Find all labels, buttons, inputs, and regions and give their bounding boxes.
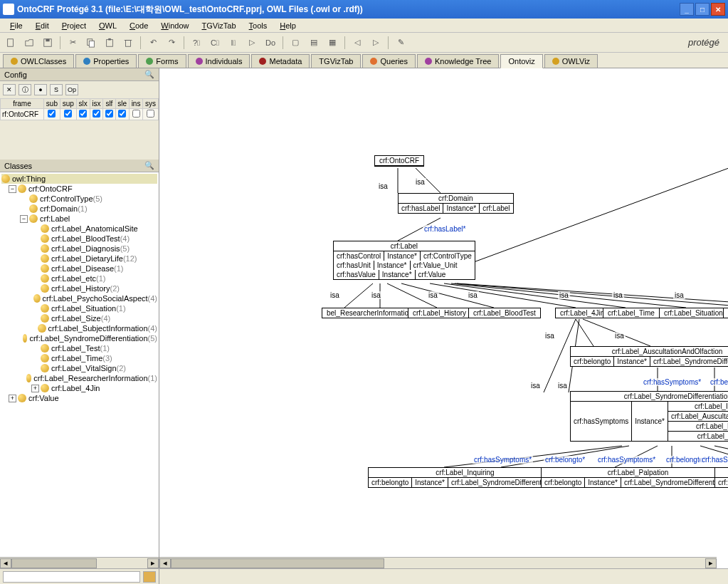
tree-item[interactable]: crf:Label_Test (1) <box>1 343 157 353</box>
config-checkbox[interactable] <box>93 110 100 118</box>
config-tool-icon[interactable]: S <box>50 84 63 95</box>
canvas-h-scrollbar[interactable]: ◂ ▸ <box>159 557 717 568</box>
tab-owlviz[interactable]: OWLViz <box>544 54 598 68</box>
cut-icon[interactable]: ✂ <box>65 35 80 51</box>
undo-icon[interactable]: ↶ <box>145 35 161 51</box>
graph-node[interactable]: crf:Label_4Jin <box>555 308 609 318</box>
classes-tree[interactable]: owl:Thing −crf:OntoCRFcrf:ControlType (5… <box>0 172 159 557</box>
tab-ontoviz[interactable]: Ontoviz <box>500 54 542 68</box>
grid-icon[interactable]: ▤ <box>306 35 322 51</box>
tab-forms[interactable]: Forms <box>138 54 186 68</box>
tree-item[interactable]: crf:Label_VitalSign (2) <box>1 363 157 373</box>
graph-node[interactable]: crf:Label_Palpationcrf:belongtoInstance*… <box>541 467 728 488</box>
box-icon[interactable]: ▢ <box>287 35 303 51</box>
find-icon[interactable]: ?⃞ <box>189 35 204 51</box>
pin-icon[interactable]: ✎ <box>393 35 408 51</box>
tree-item[interactable]: −crf:OntoCRF <box>1 184 157 194</box>
menu-tgviztab[interactable]: TGVizTab <box>196 20 241 31</box>
sidebar-scrollbar[interactable]: ◂ ▸ <box>0 557 159 568</box>
tree-item[interactable]: +crf:Value <box>1 393 157 403</box>
scroll-right-icon[interactable]: ▸ <box>147 558 159 568</box>
menu-tools[interactable]: Tools <box>243 20 273 31</box>
menu-code[interactable]: Code <box>124 20 154 31</box>
menu-owl[interactable]: OWL <box>93 20 122 31</box>
tree-item[interactable]: crf:Label_Time (3) <box>1 353 157 363</box>
tree-item[interactable]: +crf:Label_4Jin <box>1 383 157 393</box>
menu-project[interactable]: Project <box>56 20 92 31</box>
scroll-left-icon[interactable]: ◂ <box>0 558 11 568</box>
tree-expander-icon[interactable]: + <box>31 385 39 392</box>
tree-item[interactable]: crf:Label_BloodTest (4) <box>1 234 157 244</box>
tree-item[interactable]: crf:Label_Situation (1) <box>1 303 157 313</box>
menu-file[interactable]: File <box>4 20 28 31</box>
scroll-right-icon[interactable]: ▸ <box>705 558 717 568</box>
scroll-left-icon[interactable]: ◂ <box>159 558 171 568</box>
class-icon[interactable]: C⃞ <box>207 35 223 51</box>
table-icon[interactable]: ▦ <box>325 35 340 51</box>
tab-individuals[interactable]: Individuals <box>188 54 250 68</box>
maximize-button[interactable]: □ <box>695 3 709 16</box>
open-icon[interactable] <box>21 35 37 51</box>
config-checkbox[interactable] <box>118 110 126 118</box>
tree-item[interactable]: crf:Label_Diagnosis (5) <box>1 244 157 254</box>
graph-node[interactable]: crf:Domaincrf:hasLabelInstance*crf:Label <box>398 193 514 214</box>
prev-icon[interactable]: ◁ <box>349 35 365 51</box>
tab-properties[interactable]: Properties <box>75 54 137 68</box>
tree-item[interactable]: crf:Label_SyndromeDifferentiation (5) <box>1 333 157 343</box>
graph-node[interactable]: bel_ResearcherInformation <box>322 308 418 318</box>
next-icon[interactable]: ▷ <box>368 35 384 51</box>
graph-node[interactable]: crf:Label_Time <box>603 308 660 318</box>
tab-owlclasses[interactable]: OWLClasses <box>3 54 74 68</box>
menu-edit[interactable]: Edit <box>30 20 55 31</box>
config-checkbox[interactable] <box>147 110 154 118</box>
tree-expander-icon[interactable]: + <box>9 395 16 402</box>
run-icon[interactable]: ▷ <box>244 35 260 51</box>
config-checkbox[interactable] <box>48 110 56 118</box>
config-tool-icon[interactable]: ● <box>34 84 47 95</box>
tree-root[interactable]: owl:Thing <box>1 174 157 184</box>
do-icon[interactable]: Do <box>263 35 278 51</box>
tree-item[interactable]: crf:Label_Size (4) <box>1 313 157 323</box>
graph-node[interactable]: crf:Label_BloodTest <box>468 308 541 318</box>
config-checkbox[interactable] <box>105 110 113 118</box>
tree-expander-icon[interactable]: − <box>9 185 16 193</box>
graph-node[interactable]: crf:OntoCRF <box>374 155 424 167</box>
graph-node[interactable]: crf:Label_Situation <box>659 308 728 318</box>
graph-node[interactable]: crf:Label_History <box>408 308 471 318</box>
ontoviz-canvas[interactable]: crf:OntoCRFcrf:Domaincrf:hasLabelInstanc… <box>159 68 728 568</box>
graph-node[interactable]: crf:Label_DietaryLife <box>723 308 728 318</box>
search-icon[interactable]: 🔍 <box>144 161 154 170</box>
tree-item[interactable]: crf:Label_SubjectInformation (4) <box>1 323 157 333</box>
config-tool-icon[interactable]: ⓘ <box>19 84 31 95</box>
close-button[interactable]: ✕ <box>711 3 725 16</box>
tree-item[interactable]: crf:Domain (1) <box>1 204 157 214</box>
tree-item[interactable]: crf:Label_etc (1) <box>1 273 157 283</box>
search-input[interactable] <box>3 571 140 583</box>
instance-icon[interactable]: I⃞ <box>226 35 241 51</box>
graph-node[interactable]: crf:Label_SyndromeDifferentiationcrf:has… <box>570 391 728 442</box>
tree-item[interactable]: −crf:Label <box>1 214 157 224</box>
tab-queries[interactable]: Queries <box>362 54 416 68</box>
save-icon[interactable] <box>40 35 56 51</box>
status-button[interactable] <box>143 571 156 583</box>
config-checkbox[interactable] <box>132 110 140 118</box>
graph-node[interactable]: crf:Label_Inspectioncrf:belongtoInstance… <box>714 467 728 488</box>
tree-item[interactable]: crf:Label_DietaryLife (12) <box>1 254 157 264</box>
tree-item[interactable]: crf:ControlType (5) <box>1 194 157 204</box>
graph-node[interactable]: crf:Label_Inquiringcrf:belongtoInstance*… <box>368 467 562 488</box>
tree-item[interactable]: crf:Label_PsychoSocialAspect (4) <box>1 293 157 303</box>
search-icon[interactable]: 🔍 <box>144 70 154 79</box>
tree-item[interactable]: crf:Label_AnatomicalSite <box>1 224 157 234</box>
graph-node[interactable]: crf:Label_AuscultationAndOlfactioncrf:be… <box>570 346 728 367</box>
menu-help[interactable]: Help <box>274 20 302 31</box>
config-checkbox[interactable] <box>79 110 87 118</box>
config-tool-icon[interactable]: ✕ <box>3 84 16 95</box>
copy-icon[interactable] <box>83 35 99 51</box>
config-checkbox[interactable] <box>64 110 72 118</box>
tree-item[interactable]: crf:Label_ResearcherInformation (1) <box>1 373 157 383</box>
paste-icon[interactable] <box>102 35 117 51</box>
new-icon[interactable] <box>3 35 19 51</box>
menu-window[interactable]: Window <box>155 20 194 31</box>
tree-expander-icon[interactable]: − <box>20 215 28 223</box>
tab-metadata[interactable]: Metadata <box>251 54 310 68</box>
